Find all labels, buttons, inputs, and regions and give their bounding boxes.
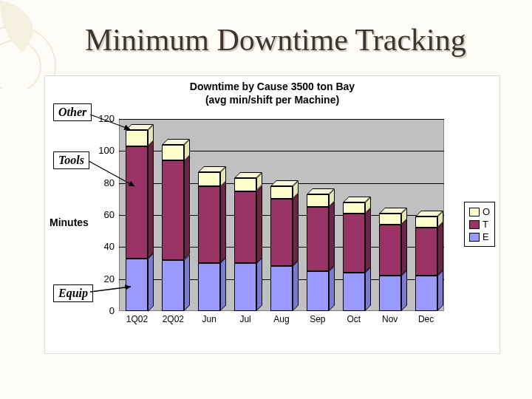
bars-group [119, 119, 444, 311]
bar [307, 119, 329, 311]
y-tick: 0 [85, 305, 115, 316]
bar-segment-e [343, 273, 365, 311]
bar-segment-e [379, 276, 401, 311]
bar-segment-t [343, 214, 365, 273]
annotation-tools: Tools [53, 151, 89, 169]
y-tick: 40 [85, 241, 115, 252]
x-tick: Aug [265, 314, 299, 324]
legend-swatch-t [469, 220, 480, 229]
y-tick: 60 [85, 209, 115, 220]
x-tick: 1Q02 [120, 314, 154, 324]
y-tick: 80 [85, 177, 115, 188]
bar [234, 119, 256, 311]
bar-segment-t [270, 199, 293, 266]
x-tick: Oct [337, 314, 371, 324]
x-tick: Sep [301, 314, 335, 324]
bar-side [148, 130, 154, 311]
bar-segment-o [307, 194, 329, 207]
bar-segment-o [270, 186, 293, 199]
bar-segment-o [198, 172, 220, 187]
bar-segment-o [162, 145, 184, 161]
bar-side [184, 145, 190, 311]
x-tick: Jul [228, 314, 262, 324]
annotation-equip: Equip [53, 284, 93, 302]
bar-segment-o [234, 178, 256, 191]
x-tick: 2Q02 [156, 314, 190, 324]
bar-segment-t [162, 160, 184, 259]
bar [415, 119, 437, 311]
bar-side [401, 214, 407, 311]
bar-segment-o [343, 202, 365, 214]
bar-segment-e [162, 260, 184, 311]
y-axis-label: Minutes [50, 216, 89, 228]
legend-swatch-o [469, 208, 480, 216]
plot-area: 020406080100120 1Q022Q02JunJulAugSepOctN… [119, 119, 444, 311]
page-title: Minimum Downtime Tracking [85, 22, 466, 58]
bar-segment-t [379, 225, 401, 276]
legend-swatch-e [469, 233, 480, 242]
legend: O T E [464, 202, 495, 247]
bar-segment-e [126, 259, 148, 312]
legend-item-o: O [469, 205, 490, 218]
chart-title-line2: (avg min/shift per Machine) [205, 94, 339, 106]
bar-segment-o [126, 130, 148, 146]
bar-segment-e [270, 266, 293, 311]
chart-container: Downtime by Cause 3500 ton Bay (avg min/… [44, 75, 500, 354]
bar-segment-e [415, 276, 437, 311]
bar-segment-t [198, 186, 220, 263]
bar-side [220, 172, 226, 312]
bar-side [256, 178, 262, 311]
bar-segment-o [379, 214, 401, 225]
legend-label-e: E [482, 231, 489, 242]
bar-segment-t [307, 207, 329, 271]
legend-item-t: T [469, 218, 490, 231]
bar-segment-o [415, 216, 437, 228]
x-tick: Dec [409, 314, 443, 324]
bar-segment-e [234, 263, 256, 311]
bar [162, 119, 184, 311]
bar-segment-e [198, 263, 220, 311]
bar-side [437, 216, 443, 311]
legend-item-e: E [469, 231, 490, 243]
bar-segment-t [126, 146, 148, 259]
x-tick: Nov [373, 314, 407, 324]
bar [343, 119, 365, 311]
bar-side [365, 202, 371, 311]
bar [126, 119, 148, 311]
bar [198, 119, 220, 311]
chart-title: Downtime by Cause 3500 ton Bay (avg min/… [45, 81, 499, 106]
x-tick: Jun [192, 314, 226, 324]
y-tick: 100 [85, 145, 115, 156]
legend-label-t: T [482, 219, 488, 230]
bar [270, 119, 293, 311]
bar-segment-t [234, 191, 256, 264]
bar-segment-e [307, 271, 329, 311]
bar-side [293, 186, 299, 311]
chart-title-line1: Downtime by Cause 3500 ton Bay [190, 81, 355, 92]
bar-side [329, 194, 335, 311]
bar-segment-t [415, 228, 437, 276]
y-tick: 20 [85, 273, 115, 284]
legend-label-o: O [482, 206, 490, 217]
bar [379, 119, 401, 311]
annotation-other: Other [53, 103, 92, 121]
